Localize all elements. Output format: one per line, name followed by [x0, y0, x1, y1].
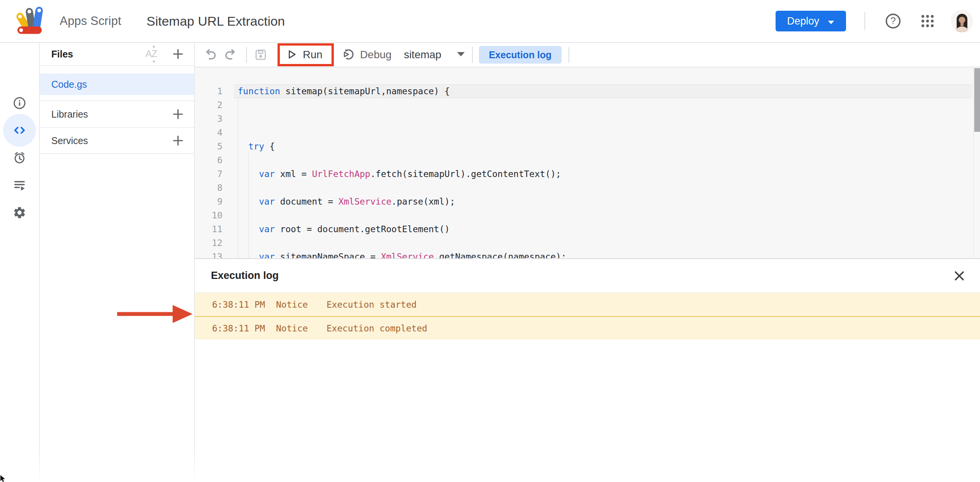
line-number[interactable]: 2 — [195, 98, 222, 112]
line-number[interactable]: 3 — [195, 112, 222, 126]
settings-icon[interactable] — [3, 196, 36, 229]
code-line: var sitemapNameSpace = XmlService.getNam… — [238, 250, 567, 258]
minimap-border — [973, 67, 974, 258]
files-title: Files — [51, 49, 144, 60]
line-number[interactable]: 1 — [195, 84, 222, 98]
file-list-gap — [40, 95, 194, 100]
toolbar-divider — [472, 47, 473, 63]
log-level: Notice — [276, 323, 327, 333]
services-section: Services — [40, 127, 194, 154]
run-highlight-box: Run — [278, 43, 334, 66]
code-line: var root = document.getRootElement() — [238, 222, 450, 236]
file-name: Code.gs — [51, 79, 87, 90]
line-number[interactable]: 9 — [195, 195, 222, 208]
dropdown-caret-icon — [457, 52, 465, 58]
execution-log-entries: 6:38:11 PMNoticeExecution started6:38:11… — [195, 293, 980, 339]
line-number[interactable]: 7 — [195, 167, 222, 181]
sort-az-icon[interactable]: ▲ AZ ▼ — [144, 45, 164, 63]
file-row-code-gs[interactable]: Code.gs — [40, 74, 194, 95]
apps-script-logo-icon[interactable] — [14, 5, 54, 37]
line-number[interactable]: 5 — [195, 139, 222, 153]
debug-button[interactable]: Debug — [342, 48, 392, 62]
add-library-icon[interactable] — [170, 106, 186, 123]
deploy-button[interactable]: Deploy — [776, 11, 846, 31]
save-icon[interactable] — [252, 46, 269, 63]
line-number[interactable]: 12 — [195, 236, 222, 250]
add-file-icon[interactable] — [170, 46, 186, 62]
apps-grid-icon[interactable] — [920, 13, 936, 29]
code-line: try { — [238, 139, 275, 153]
log-message: Execution completed — [327, 323, 427, 333]
run-label: Run — [303, 49, 322, 61]
log-entry: 6:38:11 PMNoticeExecution completed — [195, 316, 980, 339]
debug-icon — [342, 48, 355, 62]
execution-log-button[interactable]: Execution log — [479, 46, 562, 64]
line-number[interactable]: 6 — [195, 153, 222, 167]
execution-log-title: Execution log — [211, 270, 950, 282]
deploy-caret-icon — [828, 15, 835, 27]
toolbar-divider — [246, 47, 247, 63]
play-icon — [286, 49, 297, 61]
files-panel: Files ▲ AZ ▼ Code.gs Libraries — [40, 43, 195, 482]
execution-log-header: Execution log — [195, 259, 980, 293]
line-number[interactable]: 8 — [195, 181, 222, 195]
toolbar-divider — [568, 47, 569, 63]
libraries-section: Libraries — [40, 100, 194, 127]
debug-label: Debug — [360, 49, 392, 61]
code-line: var document = XmlService.parse(xml); — [238, 195, 455, 208]
topbar-divider — [864, 12, 865, 30]
line-number[interactable]: 13 — [195, 250, 222, 258]
line-number[interactable]: 4 — [195, 126, 222, 139]
files-header: Files ▲ AZ ▼ — [40, 43, 194, 66]
code-line: function sitemap(sitemapUrl,namespace) { — [238, 84, 450, 98]
editor-toolbar: Run Debug sitemap E — [195, 43, 980, 67]
deploy-label: Deploy — [787, 15, 819, 27]
topbar-actions: Deploy ? — [776, 10, 973, 32]
project-title[interactable]: Sitemap URL Extraction — [147, 14, 285, 29]
code-editor[interactable]: 12345678910111213 function sitemap(sitem… — [195, 67, 980, 258]
log-entry: 6:38:11 PMNoticeExecution started — [195, 293, 980, 316]
avatar[interactable] — [951, 10, 973, 32]
line-number[interactable]: 10 — [195, 208, 222, 222]
apps-script-window: Apps Script Sitemap URL Extraction Deplo… — [0, 0, 980, 482]
log-time: 6:38:11 PM — [212, 323, 276, 333]
log-time: 6:38:11 PM — [212, 300, 276, 310]
top-bar: Apps Script Sitemap URL Extraction Deplo… — [0, 0, 980, 43]
left-rail — [0, 43, 40, 482]
file-list: Code.gs — [40, 66, 194, 100]
code-line: var xml = UrlFetchApp.fetch(sitemapUrl).… — [238, 167, 561, 181]
log-level: Notice — [276, 300, 327, 310]
help-icon[interactable]: ? — [884, 12, 902, 30]
app-name: Apps Script — [60, 14, 121, 28]
log-message: Execution started — [327, 300, 416, 310]
services-label: Services — [51, 135, 170, 146]
undo-icon[interactable] — [202, 46, 219, 63]
add-service-icon[interactable] — [170, 132, 186, 149]
execution-log-panel: Execution log 6:38:11 PMNoticeExecution … — [195, 258, 980, 482]
libraries-label: Libraries — [51, 109, 170, 120]
line-number[interactable]: 11 — [195, 222, 222, 236]
close-icon[interactable] — [950, 267, 969, 285]
scrollbar-thumb[interactable] — [974, 68, 980, 132]
run-button[interactable]: Run — [286, 49, 322, 61]
redo-icon[interactable] — [222, 46, 239, 63]
function-selector-value: sitemap — [404, 49, 441, 61]
svg-text:?: ? — [890, 15, 896, 26]
function-selector[interactable]: sitemap — [404, 49, 465, 61]
